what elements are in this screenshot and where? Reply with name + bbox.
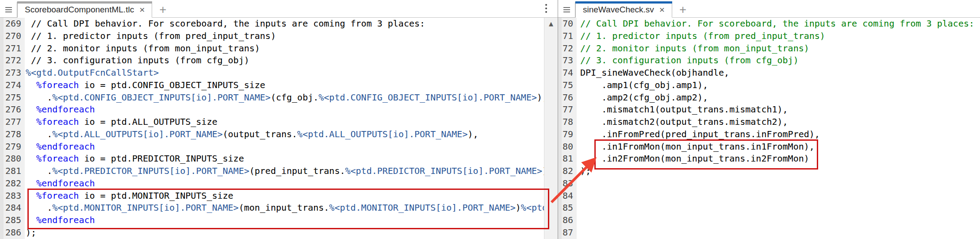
- line-number: 74: [562, 67, 573, 79]
- scroll-up-icon[interactable]: ▲: [544, 18, 558, 27]
- line-number: 79: [562, 128, 573, 141]
- line-number: 280: [4, 153, 21, 165]
- line-number: 87: [562, 227, 573, 239]
- code-line[interactable]: // 1. predictor inputs (from pred_input_…: [580, 30, 980, 42]
- line-number: 71: [562, 30, 573, 42]
- line-number: 283: [4, 190, 21, 202]
- line-number: 275: [4, 92, 21, 104]
- line-number: 278: [4, 128, 21, 141]
- line-number: 83: [562, 177, 573, 190]
- line-number: 284: [4, 202, 21, 214]
- code-line[interactable]: // Call DPI behavior. For scoreboard, th…: [580, 18, 980, 30]
- code-line[interactable]: %foreach io = ptd.ALL_OUTPUTS_size: [26, 116, 544, 128]
- code-line[interactable]: // Call DPI behavior. For scoreboard, th…: [26, 18, 544, 30]
- tab-sinewavecheck-sv[interactable]: sineWaveCheck.sv ×: [575, 1, 672, 18]
- code-line[interactable]: .%<ptd.ALL_OUTPUTS[io].PORT_NAME>(output…: [26, 128, 544, 141]
- close-tab-icon[interactable]: ×: [659, 5, 665, 14]
- line-number: 282: [4, 177, 21, 190]
- line-number: 281: [4, 165, 21, 177]
- hamburger-icon: [5, 7, 12, 8]
- line-number: 70: [562, 18, 573, 30]
- code-line[interactable]: %endforeach: [26, 177, 544, 190]
- code-line[interactable]: .%<ptd.CONFIG_OBJECT_INPUTS[io].PORT_NAM…: [26, 92, 544, 104]
- line-number: 77: [562, 104, 573, 116]
- code-line[interactable]: .in1FromMon(mon_input_trans.in1FromMon),: [580, 141, 980, 153]
- left-tab-list-button[interactable]: [0, 2, 17, 18]
- line-number: 78: [562, 116, 573, 128]
- left-vertical-scrollbar[interactable]: ▲: [544, 18, 558, 239]
- code-line[interactable]: %endforeach: [26, 214, 544, 227]
- tab-label: sineWaveCheck.sv: [583, 5, 654, 15]
- code-line[interactable]: .%<ptd.MONITOR_INPUTS[io].PORT_NAME>(mon…: [26, 202, 544, 214]
- line-number: 269: [4, 18, 21, 30]
- overflow-menu-icon[interactable]: [545, 4, 547, 13]
- right-code-area[interactable]: // Call DPI behavior. For scoreboard, th…: [577, 18, 980, 239]
- line-number: 72: [562, 42, 573, 55]
- line-number: 271: [4, 42, 21, 55]
- line-number: 84: [562, 190, 573, 202]
- code-line[interactable]: );: [26, 227, 544, 239]
- code-line[interactable]: [580, 190, 980, 202]
- new-tab-button[interactable]: +: [152, 2, 173, 17]
- code-line[interactable]: %endforeach: [26, 104, 544, 116]
- left-tab-bar: ScoreboardComponentML.tlc × +: [0, 0, 558, 18]
- left-code-editor: 2692702712722732742752762772782792802812…: [0, 18, 558, 239]
- code-line[interactable]: .mismatch1(output_trans.mismatch1),: [580, 104, 980, 116]
- code-line[interactable]: .amp2(cfg_obj.amp2),: [580, 92, 980, 104]
- code-line[interactable]: .amp1(cfg_obj.amp1),: [580, 79, 980, 92]
- code-line[interactable]: );: [580, 165, 980, 177]
- right-line-number-gutter: 707172737475767778798081828384858687: [558, 18, 577, 239]
- code-line[interactable]: %foreach io = ptd.CONFIG_OBJECT_INPUTS_s…: [26, 79, 544, 92]
- code-line[interactable]: [580, 214, 980, 227]
- code-line[interactable]: // 1. predictor inputs (from pred_input_…: [26, 30, 544, 42]
- line-number: 276: [4, 104, 21, 116]
- code-line[interactable]: .in2FromMon(mon_input_trans.in2FromMon): [580, 153, 980, 165]
- line-number: 273: [4, 67, 21, 79]
- line-number: 73: [562, 54, 573, 67]
- right-code-editor: 707172737475767778798081828384858687 // …: [558, 18, 980, 239]
- code-line[interactable]: // 3. configuration inputs (from cfg_obj…: [580, 54, 980, 67]
- code-line[interactable]: %foreach io = ptd.PREDICTOR_INPUTS_size: [26, 153, 544, 165]
- line-number: 85: [562, 202, 573, 214]
- line-number: 285: [4, 214, 21, 227]
- line-number: 270: [4, 30, 21, 42]
- hamburger-icon: [563, 7, 570, 8]
- line-number: 81: [562, 153, 573, 165]
- code-line[interactable]: %foreach io = ptd.MONITOR_INPUTS_size: [26, 190, 544, 202]
- active-tab-accent: [575, 1, 672, 4]
- right-tab-list-button[interactable]: [558, 2, 575, 18]
- code-line[interactable]: .%<ptd.PREDICTOR_INPUTS[io].PORT_NAME>(p…: [26, 165, 544, 177]
- line-number: 86: [562, 214, 573, 227]
- code-line[interactable]: [580, 177, 980, 190]
- code-line[interactable]: %endforeach: [26, 141, 544, 153]
- line-number: 286: [4, 227, 21, 239]
- code-line[interactable]: .mismatch2(output_trans.mismatch2),: [580, 116, 980, 128]
- left-editor-pane: ScoreboardComponentML.tlc × + 2692702712…: [0, 0, 558, 239]
- code-line[interactable]: // 2. monitor inputs (from mon_input_tra…: [580, 42, 980, 55]
- code-line[interactable]: DPI_sineWaveCheck(objhandle,: [580, 67, 980, 79]
- left-code-area[interactable]: // Call DPI behavior. For scoreboard, th…: [25, 18, 544, 239]
- code-line[interactable]: // 2. monitor inputs (from mon_input_tra…: [26, 42, 544, 55]
- code-line[interactable]: [580, 202, 980, 214]
- left-line-number-gutter: 2692702712722732742752762772782792802812…: [0, 18, 25, 239]
- tab-scoreboardcomponentml-tlc[interactable]: ScoreboardComponentML.tlc ×: [17, 1, 152, 18]
- line-number: 82: [562, 165, 573, 177]
- close-tab-icon[interactable]: ×: [139, 5, 145, 14]
- line-number: 274: [4, 79, 21, 92]
- new-tab-button[interactable]: +: [672, 2, 693, 17]
- line-number: 80: [562, 141, 573, 153]
- line-number: 279: [4, 141, 21, 153]
- active-tab-accent: [17, 1, 152, 4]
- tab-label: ScoreboardComponentML.tlc: [25, 5, 134, 15]
- code-line[interactable]: %<gtd.OutputFcnCallStart>: [26, 67, 544, 79]
- line-number: 277: [4, 116, 21, 128]
- code-line[interactable]: .inFromPred(pred_input_trans.inFromPred)…: [580, 128, 980, 141]
- right-tab-bar: sineWaveCheck.sv × +: [558, 0, 980, 18]
- code-line[interactable]: // 3. configuration inputs (from cfg_obj…: [26, 54, 544, 67]
- right-editor-pane: sineWaveCheck.sv × + 7071727374757677787…: [558, 0, 980, 239]
- line-number: 75: [562, 79, 573, 92]
- line-number: 76: [562, 92, 573, 104]
- code-line[interactable]: [580, 227, 980, 239]
- line-number: 272: [4, 54, 21, 67]
